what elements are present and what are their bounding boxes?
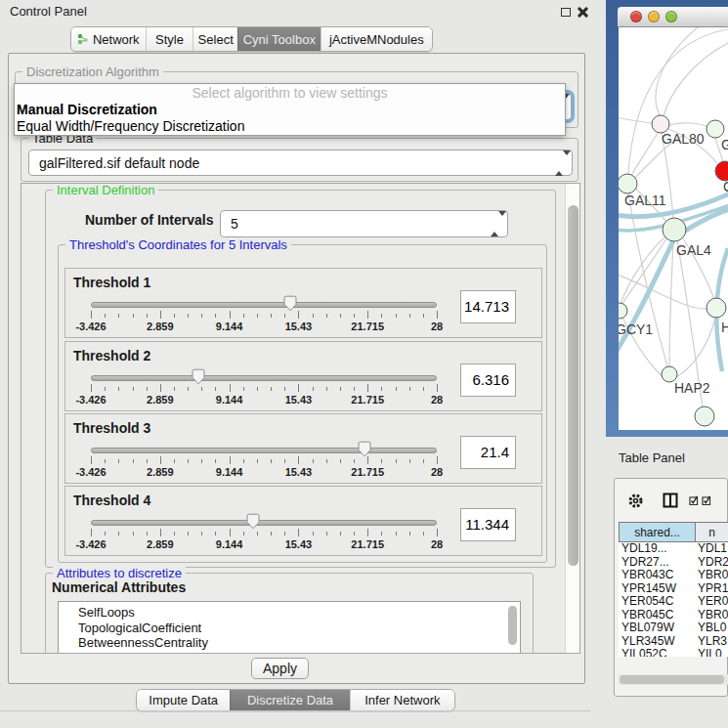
- network-node[interactable]: [619, 174, 637, 193]
- attribute-item[interactable]: TopologicalCoefficient: [78, 621, 520, 636]
- tab-impute-data[interactable]: Impute Data: [137, 690, 230, 710]
- number-of-intervals-select[interactable]: 5: [220, 210, 508, 237]
- tick-mark: [271, 314, 272, 318]
- cell-name: YBR0: [696, 569, 728, 582]
- attribute-item[interactable]: BetweennessCentrality: [78, 635, 520, 651]
- slider-thumb[interactable]: [283, 295, 298, 312]
- tick-mark: [105, 387, 106, 391]
- horizontal-scrollbar-track[interactable]: [619, 674, 728, 685]
- cyni-bottom-tab-bar: Impute DataDiscretize DataInfer Network: [136, 689, 455, 711]
- zoom-traffic-light-icon[interactable]: [665, 11, 677, 22]
- slider-track[interactable]: [91, 448, 437, 453]
- tick-mark: [215, 387, 216, 391]
- tab-cyni-toolbox[interactable]: Cyni Toolbox: [237, 27, 321, 51]
- tab-infer-network[interactable]: Infer Network: [350, 690, 454, 710]
- checkbox-icon[interactable]: [689, 495, 699, 505]
- algorithm-dropdown-placeholder: Select algorithm to view settings: [15, 84, 565, 102]
- table-row[interactable]: YDR27...YDR2: [619, 556, 728, 570]
- network-canvas[interactable]: GAL80GACGAL11GAL4GCY1HHAP2: [619, 27, 728, 430]
- column-header-shared[interactable]: shared...: [619, 522, 696, 542]
- tick-mark: [160, 529, 161, 536]
- tab-label: Network: [93, 32, 140, 47]
- threshold-slider[interactable]: -3.4262.8599.14415.4321.71528: [91, 512, 437, 555]
- tick-mark: [326, 314, 327, 318]
- network-node[interactable]: [695, 407, 714, 426]
- slider-tick-labels: -3.4262.8599.14415.4321.71528: [91, 394, 437, 407]
- thresholds-group: Threshold's Coordinates for 5 Intervals …: [58, 244, 547, 563]
- horizontal-scrollbar-thumb[interactable]: [620, 675, 724, 684]
- threshold-value-field[interactable]: 14.713: [460, 290, 516, 323]
- slider-thumb[interactable]: [357, 441, 371, 457]
- checkbox-icon[interactable]: [702, 495, 711, 505]
- slider-thumb[interactable]: [191, 368, 205, 385]
- table-data-select[interactable]: galFiltered.sif default node: [28, 150, 573, 176]
- algorithm-option[interactable]: Manual Discretization: [15, 102, 565, 118]
- tick-mark: [367, 384, 368, 392]
- network-node[interactable]: [707, 120, 724, 138]
- table-row[interactable]: YBR043CYBR0: [619, 569, 728, 582]
- network-view-window[interactable]: GAL80GACGAL11GAL4GCY1HHAP2: [606, 0, 728, 437]
- network-node[interactable]: [619, 303, 627, 319]
- float-window-icon[interactable]: [561, 8, 571, 17]
- tick-mark: [133, 459, 134, 463]
- slider-track[interactable]: [91, 520, 437, 526]
- tick-mark: [118, 314, 119, 318]
- column-header-name[interactable]: n: [696, 522, 728, 542]
- network-node[interactable]: [707, 298, 726, 318]
- cell-name: YBL0: [696, 621, 728, 635]
- threshold-value-field[interactable]: 11.344: [460, 508, 516, 541]
- tick-mark: [257, 532, 258, 535]
- tick-mark: [381, 532, 382, 535]
- tab-label: Discretize Data: [247, 693, 333, 707]
- table-row[interactable]: YBL079WYBL0: [619, 621, 728, 635]
- gear-icon[interactable]: [627, 492, 644, 509]
- table-row[interactable]: YDL19...YDL1: [619, 542, 728, 556]
- tab-style[interactable]: Style: [146, 27, 193, 51]
- network-node[interactable]: [663, 218, 686, 241]
- numerical-attributes-list[interactable]: SelfLoopsTopologicalCoefficientBetweenne…: [58, 601, 521, 654]
- split-columns-icon[interactable]: [663, 492, 678, 508]
- tick-mark: [133, 314, 134, 318]
- divider: [0, 710, 590, 711]
- network-icon: [77, 32, 89, 46]
- tab-discretize-data[interactable]: Discretize Data: [230, 690, 349, 710]
- table-row[interactable]: YER054CYER0: [619, 595, 728, 609]
- network-node[interactable]: [715, 161, 728, 181]
- slider-track[interactable]: [91, 302, 437, 308]
- tick-mark: [284, 314, 285, 318]
- algorithm-option[interactable]: Equal Width/Frequency Discretization: [15, 118, 565, 135]
- threshold-slider[interactable]: -3.4262.8599.14415.4321.71528: [91, 294, 437, 337]
- tick-mark: [271, 532, 272, 535]
- tab-jactivemnodules[interactable]: jActiveMNodules: [321, 27, 432, 51]
- tab-network[interactable]: Network: [71, 27, 146, 51]
- table-row[interactable]: YIL052CYIL0: [619, 648, 728, 657]
- network-window-titlebar[interactable]: [618, 7, 728, 27]
- apply-button[interactable]: Apply: [251, 658, 309, 679]
- threshold-slider[interactable]: -3.4262.8599.14415.4321.71528: [91, 440, 437, 483]
- close-traffic-light-icon[interactable]: [630, 11, 642, 22]
- table-row[interactable]: YPR145WYPR1: [619, 582, 728, 596]
- tick-mark: [354, 532, 355, 535]
- tick-mark: [437, 384, 438, 392]
- vertical-scrollbar-thumb[interactable]: [568, 205, 578, 566]
- slider-thumb[interactable]: [246, 513, 261, 530]
- list-scrollbar-thumb[interactable]: [508, 606, 517, 645]
- threshold-panel: Threshold 2 -3.4262.8599.14415.4321.7152…: [64, 341, 542, 411]
- tick-mark: [243, 459, 244, 463]
- attribute-item[interactable]: SelfLoops: [78, 605, 520, 621]
- minimize-traffic-light-icon[interactable]: [648, 11, 660, 22]
- tab-select[interactable]: Select: [193, 27, 237, 51]
- threshold-slider[interactable]: -3.4262.8599.14415.4321.71528: [91, 367, 437, 410]
- table-row[interactable]: YLR345WYLR3: [619, 635, 728, 649]
- cell-shared-name: YPR145W: [619, 582, 696, 596]
- cell-shared-name: YDR27...: [619, 556, 696, 570]
- threshold-value-field[interactable]: 21.4: [460, 436, 516, 469]
- close-panel-icon[interactable]: [577, 7, 587, 18]
- tick-mark: [437, 529, 438, 536]
- tick-mark: [423, 459, 424, 463]
- tick-mark: [118, 532, 119, 535]
- slider-track[interactable]: [91, 375, 437, 381]
- table-row[interactable]: YBR045CYBR0: [619, 609, 728, 622]
- threshold-value-field[interactable]: 6.316: [460, 364, 516, 397]
- tick-mark: [396, 314, 397, 318]
